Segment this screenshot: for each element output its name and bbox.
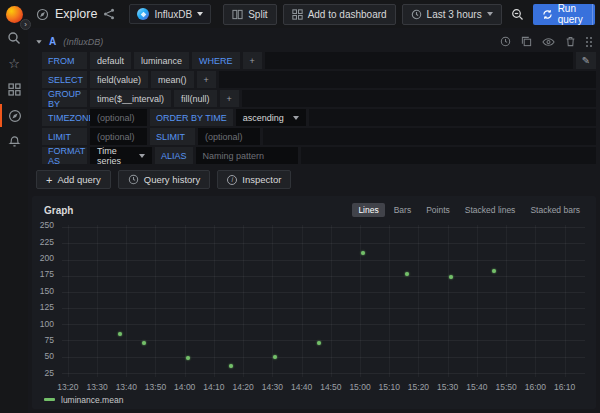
- trash-icon[interactable]: [565, 36, 576, 47]
- grafana-app: › ☆ E: [0, 0, 600, 413]
- order-by-time-value: ascending: [243, 113, 284, 123]
- collapse-chevron-icon[interactable]: [36, 40, 41, 44]
- timezone-label: TIMEZONE: [42, 109, 87, 126]
- add-group-by-button[interactable]: +: [220, 90, 239, 107]
- retention-policy-chip[interactable]: default: [90, 52, 131, 69]
- split-button[interactable]: Split: [223, 4, 276, 25]
- datasource-picker[interactable]: InfluxDB: [129, 4, 211, 24]
- group-by-fill-chip[interactable]: fill(null): [174, 90, 217, 107]
- data-point[interactable]: [273, 355, 277, 359]
- slimit-input[interactable]: (optional): [198, 128, 260, 145]
- sidebar-item-dashboards[interactable]: [0, 78, 28, 101]
- where-label: WHERE: [192, 52, 240, 69]
- time-range-picker[interactable]: Last 3 hours: [402, 4, 502, 25]
- y-tick-label: 200: [40, 253, 54, 263]
- query-history-button[interactable]: Query history: [118, 170, 211, 189]
- legend-item[interactable]: luminance.mean: [38, 391, 588, 405]
- history-icon[interactable]: [500, 36, 511, 47]
- x-tick-label: 14:00: [174, 382, 195, 392]
- sidebar-item-explore[interactable]: [0, 104, 28, 127]
- disable-query-eye-icon[interactable]: [542, 37, 555, 47]
- x-gridline: [68, 225, 69, 377]
- star-icon: ☆: [8, 57, 20, 70]
- select-func-chip[interactable]: mean(): [151, 71, 194, 88]
- mode-bars[interactable]: Bars: [388, 203, 417, 217]
- x-gridline: [331, 225, 332, 377]
- run-query-split-button: Run query: [533, 4, 595, 25]
- y-axis-labels: 255075100125150175200225250: [38, 223, 59, 377]
- measurement-chip[interactable]: luminance: [134, 52, 189, 69]
- row-filler: [219, 71, 596, 88]
- add-select-part-button[interactable]: +: [197, 71, 216, 88]
- topbar: Explore InfluxDB Split Add to dashb: [28, 0, 600, 28]
- query-actions: + Add query Query history i Inspector: [36, 170, 596, 189]
- mode-stacked-bars[interactable]: Stacked bars: [524, 203, 586, 217]
- data-point[interactable]: [118, 332, 122, 336]
- timezone-input[interactable]: (optional): [90, 109, 147, 126]
- x-axis-labels: 13:2013:3013:4013:5014:0014:1014:2014:30…: [62, 380, 585, 392]
- add-to-dashboard-button[interactable]: Add to dashboard: [283, 4, 396, 25]
- group-by-time-chip[interactable]: time($__interval): [90, 90, 171, 107]
- x-gridline: [477, 225, 478, 377]
- share-icon[interactable]: [103, 8, 115, 20]
- x-tick-label: 16:00: [525, 382, 546, 392]
- data-point[interactable]: [229, 364, 233, 368]
- sidebar-expand-chevron-icon[interactable]: ›: [20, 19, 31, 30]
- inspector-label: Inspector: [242, 174, 281, 185]
- x-tick-label: 14:50: [320, 382, 341, 392]
- copy-query-icon[interactable]: [521, 36, 532, 47]
- history-clock-icon: [128, 174, 139, 185]
- add-query-button[interactable]: + Add query: [36, 170, 111, 189]
- data-point[interactable]: [492, 269, 496, 273]
- format-as-select[interactable]: Time series: [90, 147, 152, 164]
- mode-stacked-lines[interactable]: Stacked lines: [459, 203, 522, 217]
- limit-input[interactable]: (optional): [90, 128, 147, 145]
- data-point[interactable]: [186, 356, 190, 360]
- x-tick-label: 15:50: [495, 382, 516, 392]
- main-area: Explore InfluxDB Split Add to dashb: [28, 0, 600, 413]
- query-history-label: Query history: [144, 174, 201, 185]
- x-tick-label: 15:00: [349, 382, 370, 392]
- sidebar-item-alerting[interactable]: [0, 130, 28, 153]
- chevron-down-icon: [197, 12, 203, 16]
- mode-points[interactable]: Points: [420, 203, 456, 217]
- data-point[interactable]: [317, 341, 321, 345]
- sidebar: › ☆: [0, 0, 28, 413]
- add-where-condition-button[interactable]: +: [243, 52, 262, 69]
- chart: 255075100125150175200225250 13:2013:3013…: [38, 223, 588, 391]
- zoom-out-button[interactable]: [508, 4, 527, 25]
- x-tick-label: 15:40: [466, 382, 487, 392]
- data-point[interactable]: [405, 272, 409, 276]
- data-point[interactable]: [361, 251, 365, 255]
- select-field-chip[interactable]: field(value): [90, 71, 148, 88]
- x-gridline: [360, 225, 361, 377]
- order-by-time-label: ORDER BY TIME: [150, 109, 233, 126]
- chevron-down-icon: [139, 154, 145, 158]
- drag-handle-icon[interactable]: [586, 37, 588, 39]
- x-gridline: [302, 225, 303, 377]
- sidebar-item-favorites[interactable]: ☆: [0, 52, 28, 75]
- x-gridline: [506, 225, 507, 377]
- query-editor: A (InfluxDB): [32, 34, 596, 166]
- x-tick-label: 15:10: [379, 382, 400, 392]
- query-row-format-as: FORMAT AS Time series ALIAS Naming patte…: [42, 147, 596, 164]
- data-point[interactable]: [142, 341, 146, 345]
- x-tick-label: 16:10: [554, 382, 575, 392]
- run-query-label: Run query: [558, 4, 583, 25]
- alias-input[interactable]: Naming pattern: [196, 147, 298, 164]
- page-title: Explore: [55, 7, 97, 21]
- run-query-button[interactable]: Run query: [533, 4, 592, 25]
- y-tick-label: 25: [45, 368, 54, 378]
- y-tick-label: 100: [40, 319, 54, 329]
- mode-lines[interactable]: Lines: [352, 203, 384, 217]
- run-query-dropdown[interactable]: [592, 4, 595, 25]
- data-point[interactable]: [449, 275, 453, 279]
- chevron-down-icon: [293, 116, 299, 120]
- y-tick-label: 225: [40, 237, 54, 247]
- edit-raw-query-button[interactable]: ✎: [576, 52, 596, 69]
- x-gridline: [389, 225, 390, 377]
- order-by-time-select[interactable]: ascending: [236, 109, 306, 126]
- x-gridline: [565, 225, 566, 377]
- inspector-button[interactable]: i Inspector: [217, 170, 291, 189]
- query-row-group-by: GROUP BY time($__interval) fill(null) +: [42, 90, 596, 107]
